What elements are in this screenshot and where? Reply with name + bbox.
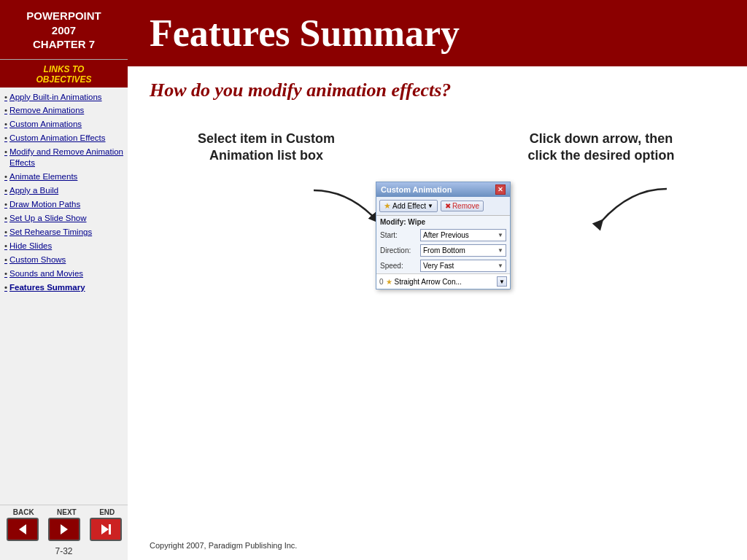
- bullet-icon: •: [4, 199, 7, 210]
- list-item-text: Straight Arrow Con...: [395, 278, 495, 286]
- nav-item-label: Features Summary: [9, 282, 85, 293]
- nav-item-label: Hide Slides: [9, 241, 52, 252]
- sidebar-item-6[interactable]: • Apply a Build: [0, 184, 128, 198]
- nav-item-label: Set Rehearse Timings: [9, 227, 92, 238]
- svg-marker-0: [19, 524, 26, 534]
- sidebar-item-2[interactable]: • Custom Animations: [0, 117, 128, 131]
- speed-select-arrow: ▼: [498, 262, 503, 269]
- bullet-icon: •: [4, 105, 7, 116]
- sidebar: POWERPOINT 2007 CHAPTER 7 LINKS TO OBJEC…: [0, 0, 128, 560]
- sidebar-item-3[interactable]: • Custom Animation Effects: [0, 131, 128, 145]
- start-label: Start:: [380, 231, 420, 239]
- arrow-right-svg: [572, 182, 689, 240]
- start-select[interactable]: After Previous ▼: [420, 229, 506, 241]
- direction-label: Direction:: [380, 246, 420, 254]
- custom-animation-dialog: Custom Animation ✕ ★ Add Effect ▼ ✖ Remo…: [376, 182, 511, 289]
- sidebar-title: POWERPOINT 2007 CHAPTER 7: [26, 9, 101, 50]
- dialog-list-row[interactable]: 0 ★ Straight Arrow Con... ▼: [376, 273, 510, 289]
- speed-label: Speed:: [380, 262, 420, 270]
- nav-item-label: Modify and Remove Animation Effects: [9, 147, 125, 168]
- bullet-icon: •: [4, 119, 7, 130]
- nav-item-label: Set Up a Slide Show: [9, 213, 86, 224]
- nav-item-label: Apply Built-in Animations: [9, 92, 102, 103]
- dialog-title: Custom Animation: [381, 185, 452, 194]
- nav-item-label: Remove Animations: [9, 105, 84, 116]
- links-to-objectives-label: LINKS TO OBJECTIVES: [0, 59, 128, 88]
- bullet-icon: •: [4, 185, 7, 196]
- label-left: Select item in Custom Animation list box: [193, 131, 339, 165]
- nav-btn-icons: [1, 518, 126, 544]
- nav-item-label: Custom Animation Effects: [9, 133, 105, 144]
- sidebar-item-8[interactable]: • Set Up a Slide Show: [0, 211, 128, 225]
- sidebar-item-4[interactable]: • Modify and Remove Animation Effects: [0, 145, 128, 170]
- bullet-icon: •: [4, 147, 7, 158]
- label-right: Click down arrow, then click the desired…: [521, 131, 681, 165]
- sidebar-item-10[interactable]: • Hide Slides: [0, 239, 128, 253]
- bullet-icon: •: [4, 254, 7, 265]
- back-label: BACK: [13, 508, 34, 516]
- remove-icon: ✖: [445, 202, 451, 210]
- sidebar-item-12[interactable]: • Sounds and Movies: [0, 267, 128, 281]
- page-number: 7-32: [0, 544, 128, 560]
- bullet-icon: •: [4, 92, 7, 103]
- main-content: Features Summary How do you modify anima…: [128, 0, 747, 560]
- copyright: Copyright 2007, Paradigm Publishing Inc.: [150, 535, 297, 554]
- dialog-row-speed: Speed: Very Fast ▼: [376, 258, 510, 273]
- direction-select-arrow: ▼: [498, 247, 503, 254]
- nav-links: • Apply Built-in Animations• Remove Anim…: [0, 88, 128, 505]
- main-header: Features Summary: [128, 0, 747, 66]
- bullet-icon: •: [4, 282, 7, 293]
- dialog-close-button[interactable]: ✕: [495, 184, 506, 195]
- dialog-modify-label: Modify: Wipe: [376, 216, 510, 228]
- dialog-row-start: Start: After Previous ▼: [376, 228, 510, 243]
- sidebar-item-1[interactable]: • Remove Animations: [0, 104, 128, 117]
- back-button[interactable]: [7, 518, 39, 541]
- sidebar-item-9[interactable]: • Set Rehearse Timings: [0, 225, 128, 239]
- list-star-icon: ★: [386, 278, 392, 286]
- star-icon: ★: [384, 201, 391, 211]
- sidebar-item-0[interactable]: • Apply Built-in Animations: [0, 90, 128, 104]
- main-title: Features Summary: [150, 12, 732, 55]
- bullet-icon: •: [4, 241, 7, 252]
- nav-item-label: Custom Animations: [9, 119, 82, 130]
- svg-marker-2: [101, 524, 109, 534]
- bullet-icon: •: [4, 171, 7, 182]
- bullet-icon: •: [4, 227, 7, 238]
- dropdown-arrow-add: ▼: [427, 203, 433, 209]
- dialog-titlebar: Custom Animation ✕: [376, 182, 510, 197]
- dialog-row-direction: Direction: From Bottom ▼: [376, 243, 510, 258]
- nav-item-label: Sounds and Movies: [9, 268, 83, 279]
- sidebar-item-5[interactable]: • Animate Elements: [0, 170, 128, 184]
- svg-marker-1: [61, 524, 68, 534]
- subtitle: How do you modify animation effects?: [150, 66, 725, 109]
- sidebar-item-11[interactable]: • Custom Shows: [0, 253, 128, 267]
- nav-btn-labels: BACK NEXT END: [1, 508, 126, 518]
- speed-select[interactable]: Very Fast ▼: [420, 260, 506, 272]
- dialog-toolbar: ★ Add Effect ▼ ✖ Remove: [376, 197, 510, 216]
- remove-button[interactable]: ✖ Remove: [441, 201, 484, 211]
- next-label: NEXT: [57, 508, 77, 516]
- next-button[interactable]: [48, 518, 80, 541]
- list-number: 0: [379, 278, 384, 286]
- nav-item-label: Apply a Build: [9, 185, 58, 196]
- sidebar-item-7[interactable]: • Draw Motion Paths: [0, 198, 128, 211]
- sidebar-item-13[interactable]: • Features Summary: [0, 281, 128, 295]
- bullet-icon: •: [4, 268, 7, 279]
- content-area: Select item in Custom Animation list box…: [150, 123, 725, 371]
- list-dropdown-arrow[interactable]: ▼: [497, 276, 507, 287]
- start-select-arrow: ▼: [498, 232, 503, 238]
- direction-select[interactable]: From Bottom ▼: [420, 244, 506, 257]
- nav-buttons-area: BACK NEXT END: [0, 505, 128, 544]
- nav-item-label: Custom Shows: [9, 254, 66, 265]
- end-button[interactable]: [90, 518, 122, 541]
- end-label: END: [99, 508, 115, 516]
- nav-item-label: Draw Motion Paths: [9, 199, 80, 210]
- svg-rect-3: [109, 524, 111, 534]
- nav-item-label: Animate Elements: [9, 171, 77, 182]
- main-body: How do you modify animation effects? Sel…: [128, 66, 747, 560]
- bullet-icon: •: [4, 213, 7, 224]
- sidebar-header: POWERPOINT 2007 CHAPTER 7: [0, 0, 128, 59]
- bullet-icon: •: [4, 133, 7, 144]
- add-effect-button[interactable]: ★ Add Effect ▼: [379, 200, 438, 212]
